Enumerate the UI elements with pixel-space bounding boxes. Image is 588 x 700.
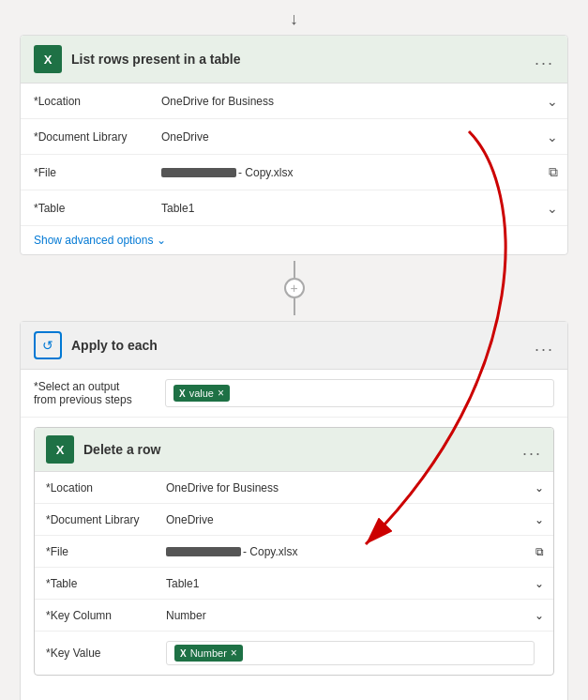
excel-icon: X xyxy=(34,45,62,73)
page-container: ↓ X List rows present in a table ... *Lo… xyxy=(0,0,588,700)
delete-row-file-row: *File - Copy.xlsx ⧉ xyxy=(35,536,553,568)
list-rows-card: X List rows present in a table ... *Loca… xyxy=(20,35,568,255)
delete-location-chevron-icon: ⌄ xyxy=(535,481,544,495)
list-rows-location-label: *Location xyxy=(21,87,152,115)
list-rows-file-value[interactable]: - Copy.xlsx ⧉ xyxy=(152,157,567,188)
delete-row-card: X Delete a row ... *Location OneDrive fo… xyxy=(34,427,554,676)
file-icon: ⧉ xyxy=(549,164,558,180)
list-rows-more-options[interactable]: ... xyxy=(535,50,554,69)
delete-keycolumn-chevron-icon: ⌄ xyxy=(535,609,544,622)
apply-each-icon: ↺ xyxy=(34,331,62,359)
connector-line-bottom xyxy=(294,298,295,315)
delete-row-keyvalue-label: *Key Value xyxy=(35,641,157,665)
delete-row-title: Delete a row xyxy=(83,442,160,457)
select-output-tag-container[interactable]: X value × xyxy=(165,379,554,407)
list-rows-card-title: List rows present in a table xyxy=(71,52,241,67)
arrow-down-icon: ↓ xyxy=(290,9,298,29)
list-rows-location-value[interactable]: OneDrive for Business ⌄ xyxy=(152,86,567,116)
key-value-field[interactable]: X Number × xyxy=(166,641,535,665)
delete-row-keyvalue-value[interactable]: X Number × xyxy=(157,632,553,675)
list-rows-location-row: *Location OneDrive for Business ⌄ xyxy=(21,84,567,119)
delete-row-header-left: X Delete a row xyxy=(46,435,160,464)
delete-file-icon: ⧉ xyxy=(535,545,544,558)
delete-row-excel-icon: X xyxy=(46,435,74,464)
list-rows-file-label: *File xyxy=(21,159,152,187)
file-redacted xyxy=(161,168,236,177)
advanced-chevron-icon: ⌄ xyxy=(157,234,166,247)
apply-each-card: ↺ Apply to each ... *Select an output fr… xyxy=(20,321,568,700)
list-rows-table-label: *Table xyxy=(21,194,152,222)
list-rows-file-row: *File - Copy.xlsx ⧉ xyxy=(21,155,567,190)
delete-doclibrary-chevron-icon: ⌄ xyxy=(535,513,544,526)
apply-each-header: ↺ Apply to each ... xyxy=(21,322,567,370)
delete-row-table-value[interactable]: Table1 ⌄ xyxy=(157,571,553,596)
number-tag-label: Number xyxy=(190,647,227,659)
apply-each-title: Apply to each xyxy=(71,338,158,353)
delete-row-card-header: X Delete a row ... xyxy=(35,428,553,472)
tag-remove-button[interactable]: × xyxy=(218,387,224,400)
delete-table-chevron-icon: ⌄ xyxy=(535,577,544,590)
delete-row-keycolumn-row: *Key Column Number ⌄ xyxy=(35,600,553,632)
delete-row-file-label: *File xyxy=(35,540,157,564)
location-chevron-icon: ⌄ xyxy=(547,94,558,109)
number-tag-remove-button[interactable]: × xyxy=(231,647,237,660)
delete-row-keyvalue-row: *Key Value X Number × xyxy=(35,632,553,675)
delete-row-table-label: *Table xyxy=(35,571,157,596)
top-connector-arrow: ↓ xyxy=(290,9,298,29)
apply-each-more-options[interactable]: ... xyxy=(535,336,554,356)
delete-row-keycolumn-value[interactable]: Number ⌄ xyxy=(157,603,553,628)
delete-row-keycolumn-label: *Key Column xyxy=(35,603,157,628)
connector-line-top xyxy=(294,261,295,278)
delete-row-table-row: *Table Table1 ⌄ xyxy=(35,568,553,600)
delete-row-doclibrary-value[interactable]: OneDrive ⌄ xyxy=(157,508,553,532)
select-output-label: *Select an output from previous steps xyxy=(34,380,156,406)
list-rows-doclibrary-label: *Document Library xyxy=(21,123,152,151)
add-action-button[interactable]: ⊞ Add an action xyxy=(21,689,567,700)
delete-row-location-value[interactable]: OneDrive for Business ⌄ xyxy=(157,476,553,500)
delete-row-file-value[interactable]: - Copy.xlsx ⧉ xyxy=(157,540,553,564)
tag-excel-icon: X xyxy=(179,388,186,399)
delete-row-location-label: *Location xyxy=(35,476,157,500)
connector-between-cards: + xyxy=(284,261,305,315)
value-tag: X value × xyxy=(173,385,230,402)
doclibrary-chevron-icon: ⌄ xyxy=(547,129,558,145)
number-tag: X Number × xyxy=(174,645,243,662)
select-output-row: *Select an output from previous steps X … xyxy=(21,370,567,418)
refresh-icon: ↺ xyxy=(42,338,53,353)
table-chevron-icon: ⌄ xyxy=(547,201,558,216)
tag-label: value xyxy=(189,388,214,399)
list-rows-header-left: X List rows present in a table xyxy=(34,45,241,73)
show-advanced-options[interactable]: Show advanced options ⌄ xyxy=(21,226,567,254)
delete-file-redacted xyxy=(166,547,241,556)
delete-row-location-row: *Location OneDrive for Business ⌄ xyxy=(35,472,553,504)
list-rows-table-row: *Table Table1 ⌄ xyxy=(21,190,567,226)
list-rows-card-header: X List rows present in a table ... xyxy=(21,36,567,84)
number-tag-excel-icon: X xyxy=(180,648,187,659)
delete-row-doclibrary-label: *Document Library xyxy=(35,508,157,532)
delete-row-doclibrary-row: *Document Library OneDrive ⌄ xyxy=(35,504,553,536)
add-step-button[interactable]: + xyxy=(284,278,305,298)
list-rows-doclibrary-row: *Document Library OneDrive ⌄ xyxy=(21,119,567,155)
list-rows-table-value[interactable]: Table1 ⌄ xyxy=(152,193,567,223)
apply-each-header-left: ↺ Apply to each xyxy=(34,331,158,359)
list-rows-doclibrary-value[interactable]: OneDrive ⌄ xyxy=(152,122,567,152)
delete-row-more-options[interactable]: ... xyxy=(522,440,542,460)
